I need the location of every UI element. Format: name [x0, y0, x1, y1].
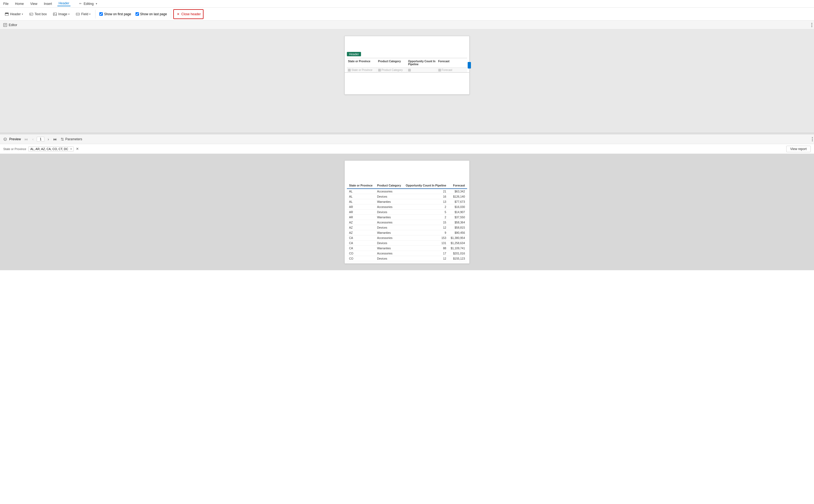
- table-cell: AL: [347, 189, 375, 194]
- table-header-row: State or Province Product Category Oppor…: [347, 182, 467, 189]
- table-cell: Devices: [375, 256, 403, 261]
- image-icon: [53, 12, 57, 16]
- param-dropdown-arrow[interactable]: ▾: [70, 148, 72, 150]
- param-value-box[interactable]: AL, AR, AZ, CA, CO, CT, DC ▾: [28, 147, 73, 151]
- table-row: ALAccessories21$63,342: [347, 189, 467, 194]
- editor-page-resize-handle[interactable]: [468, 62, 471, 69]
- table-cell: AZ: [347, 225, 375, 230]
- table-cell: AR: [347, 215, 375, 220]
- editor-col-forecast: Forecast: [437, 59, 467, 66]
- table-cell: AZ: [347, 220, 375, 225]
- editor-table-header: State or Province Product Category Oppor…: [347, 58, 467, 67]
- table-cell: 21: [403, 189, 449, 194]
- editor-col-opportunity: Opportunity Count In Pipeline: [407, 59, 437, 66]
- menu-file[interactable]: File: [2, 2, 10, 6]
- view-report-btn[interactable]: View report: [786, 146, 811, 152]
- th-state: State or Province: [347, 182, 375, 189]
- table-cell: 12: [403, 256, 449, 261]
- editor-col-product: Product Category: [377, 59, 407, 66]
- page-number-input[interactable]: [37, 137, 44, 142]
- next-page-btn[interactable]: ›: [46, 136, 50, 142]
- table-cell: AL: [347, 199, 375, 204]
- table-cell: 17: [403, 251, 449, 256]
- table-cell: $1,258,634: [448, 241, 467, 246]
- parameters-btn[interactable]: Parameters: [60, 137, 82, 141]
- editor-canvas: Header State or Province Product Categor…: [0, 29, 814, 133]
- table-cell: 9: [403, 230, 449, 235]
- editor-header-zone[interactable]: Header State or Province Product Categor…: [345, 50, 469, 73]
- table-cell: $58,364: [448, 220, 467, 225]
- params-bar: State or Province AL, AR, AZ, CA, CO, CT…: [0, 144, 814, 154]
- editor-page-top-space: [345, 36, 469, 50]
- table-cell: $201,016: [448, 251, 467, 256]
- table-cell: Devices: [375, 194, 403, 199]
- menu-header[interactable]: Header: [57, 1, 70, 6]
- editor-table-body: State or Province Product Category Forec…: [347, 67, 467, 72]
- close-header-btn[interactable]: ✕ Close header: [173, 9, 204, 19]
- param-clear-btn[interactable]: ✕: [76, 147, 79, 151]
- editor-resize-handle[interactable]: [811, 23, 813, 27]
- image-ribbon-btn[interactable]: Image ▾: [50, 9, 72, 19]
- table-cell: $90,456: [448, 230, 467, 235]
- show-last-page-toggle[interactable]: Show on last page: [134, 11, 169, 17]
- table-cell: 2: [403, 204, 449, 210]
- th-opportunity: Opportunity Count In Pipeline: [403, 182, 449, 189]
- preview-label: Preview: [9, 137, 21, 141]
- table-cell: 5: [403, 210, 449, 215]
- forecast-field-icon: [438, 69, 441, 71]
- table-row: AZWarranties9$90,456: [347, 230, 467, 235]
- th-product: Product Category: [375, 182, 403, 189]
- table-cell: CO: [347, 251, 375, 256]
- table-cell: $37,550: [448, 215, 467, 220]
- table-row: ARAccessories2$16,030: [347, 204, 467, 210]
- textbox-ribbon-btn[interactable]: A Text box: [27, 9, 49, 19]
- svg-rect-1: [5, 13, 8, 14]
- th-forecast: Forecast: [448, 182, 467, 189]
- table-cell: Accessories: [375, 204, 403, 210]
- table-cell: 12: [403, 225, 449, 230]
- menu-view[interactable]: View: [29, 2, 38, 6]
- table-row: AZDevices12$58,815: [347, 225, 467, 230]
- table-cell: $126,140: [448, 194, 467, 199]
- preview-bar: Preview ⏮ ‹ › ⏭ Parameters: [0, 134, 814, 144]
- ribbon-sep-2: [171, 10, 171, 18]
- table-cell: AR: [347, 204, 375, 210]
- show-first-page-checkbox[interactable]: [99, 12, 103, 16]
- svg-point-14: [61, 138, 62, 139]
- table-cell: $63,342: [448, 189, 467, 194]
- svg-text:A: A: [30, 13, 32, 15]
- table-row: CADevices131$1,258,634: [347, 241, 467, 246]
- table-cell: $1,109,741: [448, 246, 467, 251]
- menu-home[interactable]: Home: [14, 2, 25, 6]
- table-row: ARDevices5$14,907: [347, 210, 467, 215]
- table-cell: Accessories: [375, 220, 403, 225]
- table-cell: 16: [403, 194, 449, 199]
- table-cell: Warranties: [375, 230, 403, 235]
- table-cell: 153: [403, 235, 449, 241]
- table-cell: Accessories: [375, 235, 403, 241]
- preview-data-table: State or Province Product Category Oppor…: [347, 182, 467, 261]
- prev-page-btn[interactable]: ‹: [31, 136, 35, 142]
- first-page-btn[interactable]: ⏮: [23, 136, 29, 142]
- menu-insert[interactable]: Insert: [43, 2, 53, 6]
- show-first-page-toggle[interactable]: Show on first page: [98, 11, 132, 17]
- table-row: ALWarranties13$77,673: [347, 199, 467, 204]
- header-ribbon-btn[interactable]: Header ▾: [2, 9, 26, 19]
- table-cell: $77,673: [448, 199, 467, 204]
- table-cell: $1,380,954: [448, 235, 467, 241]
- table-cell: CA: [347, 241, 375, 246]
- table-cell: Devices: [375, 225, 403, 230]
- last-page-btn[interactable]: ⏭: [52, 136, 58, 142]
- table-row: CODevices12$155,123: [347, 256, 467, 261]
- menu-bar: File Home View Insert Header ✏ Editing ▾: [0, 0, 814, 8]
- field-ribbon-btn[interactable]: Field ▾: [73, 9, 93, 19]
- table-row: CAWarranties88$1,109,741: [347, 246, 467, 251]
- show-last-page-checkbox[interactable]: [135, 12, 139, 16]
- param-value-text: AL, AR, AZ, CA, CO, CT, DC: [30, 147, 68, 151]
- editor-body-product: Product Category: [377, 68, 407, 72]
- editing-mode-label[interactable]: Editing: [83, 2, 95, 6]
- editor-body-zone[interactable]: [345, 73, 469, 94]
- table-row: COAccessories17$201,016: [347, 251, 467, 256]
- state-field-icon: [348, 69, 351, 71]
- preview-report-page: State or Province Product Category Oppor…: [344, 160, 470, 264]
